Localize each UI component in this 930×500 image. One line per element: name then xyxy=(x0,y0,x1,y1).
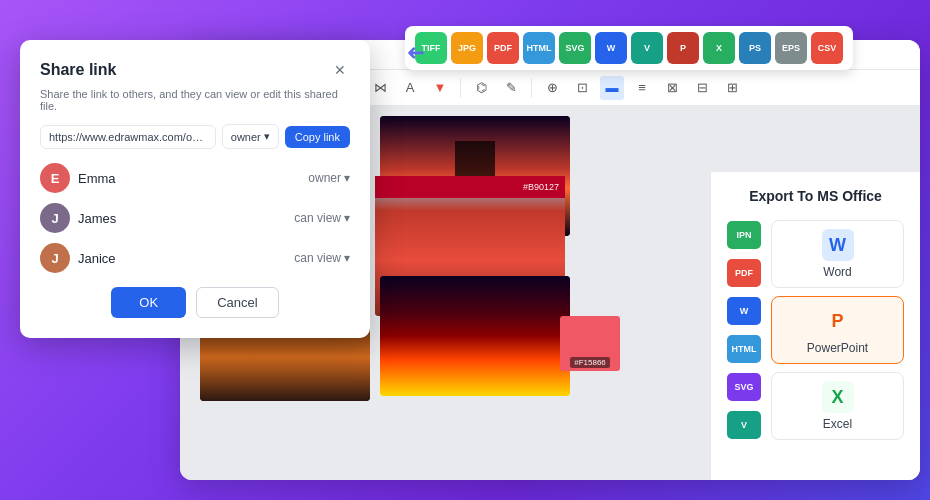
export-powerpoint-option[interactable]: P PowerPoint xyxy=(771,296,904,364)
side-icon-visio[interactable]: V xyxy=(727,411,761,439)
share-dialog: Share link ✕ Share the link to others, a… xyxy=(20,40,370,338)
fill-tool[interactable]: ▼ xyxy=(428,76,452,100)
export-content-row: IPN PDF W HTML SVG V W Word xyxy=(727,220,904,440)
chevron-janice: ▾ xyxy=(344,251,350,265)
excel-btn[interactable]: X xyxy=(703,32,735,64)
user-row-janice: J Janice can view ▾ xyxy=(40,243,350,273)
side-icon-html[interactable]: HTML xyxy=(727,335,761,363)
toolbar-sep-1 xyxy=(460,78,461,98)
zoom-tool[interactable]: ⊕ xyxy=(540,76,564,100)
user-name-emma: Emma xyxy=(78,171,300,186)
arrow-indicator: ➜ xyxy=(407,40,425,66)
color-bar: #B90127 xyxy=(375,176,565,198)
role-label-emma: owner xyxy=(308,171,341,185)
export-excel-option[interactable]: X Excel xyxy=(771,372,904,440)
avatar-james: J xyxy=(40,203,70,233)
user-role-james[interactable]: can view ▾ xyxy=(294,211,350,225)
chevron-icon: ▾ xyxy=(264,130,270,143)
ppt-btn[interactable]: P xyxy=(667,32,699,64)
role-label-janice: can view xyxy=(294,251,341,265)
role-value: owner xyxy=(231,131,261,143)
user-role-janice[interactable]: can view ▾ xyxy=(294,251,350,265)
user-row-james: J James can view ▾ xyxy=(40,203,350,233)
word-label: Word xyxy=(823,265,851,279)
chevron-james: ▾ xyxy=(344,211,350,225)
dialog-subtitle: Share the link to others, and they can v… xyxy=(40,88,350,112)
pdf-btn[interactable]: PDF xyxy=(487,32,519,64)
role-label-james: can view xyxy=(294,211,341,225)
html-btn[interactable]: HTML xyxy=(523,32,555,64)
excel-icon: X xyxy=(822,381,854,413)
side-icon-ipn[interactable]: IPN xyxy=(727,221,761,249)
side-icon-svg[interactable]: SVG xyxy=(727,373,761,401)
eps-btn[interactable]: EPS xyxy=(775,32,807,64)
chart-tool[interactable]: ⋈ xyxy=(368,76,392,100)
avatar-janice: J xyxy=(40,243,70,273)
dialog-header: Share link ✕ xyxy=(40,60,350,80)
photo-tool[interactable]: ⊡ xyxy=(570,76,594,100)
export-title: Export To MS Office xyxy=(727,188,904,204)
ps-btn[interactable]: PS xyxy=(739,32,771,64)
link-role-select[interactable]: owner ▾ xyxy=(222,124,279,149)
connect-tool[interactable]: ⌬ xyxy=(469,76,493,100)
toolbar-sep-2 xyxy=(531,78,532,98)
user-role-emma[interactable]: owner ▾ xyxy=(308,171,350,185)
user-name-james: James xyxy=(78,211,286,226)
image-concert xyxy=(380,276,570,396)
user-name-janice: Janice xyxy=(78,251,286,266)
lock-tool[interactable]: ⊠ xyxy=(660,76,684,100)
ok-button[interactable]: OK xyxy=(111,287,186,318)
powerpoint-icon: P xyxy=(822,305,854,337)
dialog-footer: OK Cancel xyxy=(40,287,350,318)
cancel-button[interactable]: Cancel xyxy=(196,287,278,318)
avatar-emma: E xyxy=(40,163,70,193)
export-side-icons: IPN PDF W HTML SVG V xyxy=(727,221,761,439)
color-code-2: #F15866 xyxy=(570,357,610,368)
svg-btn[interactable]: SVG xyxy=(559,32,591,64)
format-toolbar: TIFF JPG PDF HTML SVG W V P X PS EPS CSV xyxy=(405,26,853,70)
side-icon-pdf[interactable]: PDF xyxy=(727,259,761,287)
word-w-btn[interactable]: W xyxy=(595,32,627,64)
dialog-title: Share link xyxy=(40,61,116,79)
export-panel: Export To MS Office IPN PDF W HTML SVG V… xyxy=(710,172,920,480)
jpg-btn[interactable]: JPG xyxy=(451,32,483,64)
link-input[interactable]: https://www.edrawmax.com/online/fil xyxy=(40,125,216,149)
word-icon: W xyxy=(822,229,854,261)
link-row: https://www.edrawmax.com/online/fil owne… xyxy=(40,124,350,149)
excel-label: Excel xyxy=(823,417,852,431)
close-button[interactable]: ✕ xyxy=(330,60,350,80)
export-options: W Word P PowerPoint X Excel xyxy=(771,220,904,440)
color-tool[interactable]: ▬ xyxy=(600,76,624,100)
side-icon-word[interactable]: W xyxy=(727,297,761,325)
chevron-emma: ▾ xyxy=(344,171,350,185)
powerpoint-label: PowerPoint xyxy=(807,341,868,355)
user-row-emma: E Emma owner ▾ xyxy=(40,163,350,193)
line2-tool[interactable]: ≡ xyxy=(630,76,654,100)
color-swatch: #F15866 xyxy=(560,316,620,371)
more-tool[interactable]: ⊞ xyxy=(720,76,744,100)
frame-tool[interactable]: ⊟ xyxy=(690,76,714,100)
pen-tool[interactable]: ✎ xyxy=(499,76,523,100)
color-code-1: #B90127 xyxy=(523,182,559,192)
visio-btn[interactable]: V xyxy=(631,32,663,64)
text2-tool[interactable]: A xyxy=(398,76,422,100)
csv-btn[interactable]: CSV xyxy=(811,32,843,64)
copy-link-button[interactable]: Copy link xyxy=(285,126,350,148)
export-word-option[interactable]: W Word xyxy=(771,220,904,288)
